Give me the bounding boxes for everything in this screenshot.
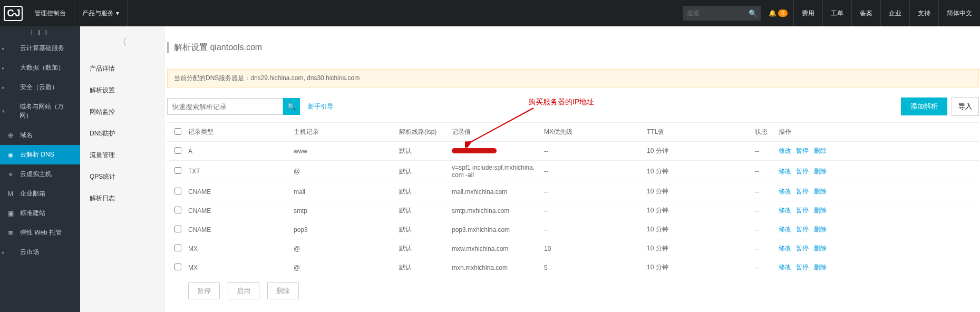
notification-bell[interactable]: 🔔 5 <box>763 0 793 26</box>
sidebar-item[interactable]: ▸云市场 <box>0 242 80 262</box>
sidebar-item[interactable]: ◉云解析 DNS <box>0 145 80 164</box>
cell-type: CNAME <box>188 226 294 233</box>
search-icon: 🔍 <box>749 9 758 17</box>
sidebar-item[interactable]: ▾域名与网站（万网） <box>0 97 80 125</box>
row-action-link[interactable]: 修改 <box>779 226 791 233</box>
row-checkbox[interactable] <box>174 226 181 232</box>
quick-search-button[interactable]: 🔍 <box>283 98 300 115</box>
cell-isp: 默认 <box>399 206 452 215</box>
sidebar-item-icon: ⊕ <box>6 132 15 139</box>
subnav-item[interactable]: 解析设置 <box>80 80 164 101</box>
sidebar-item[interactable]: ≡云虚拟主机 <box>0 164 80 184</box>
row-action-link[interactable]: 暂停 <box>796 147 809 154</box>
row-action-link[interactable]: 删除 <box>814 207 827 214</box>
row-checkbox[interactable] <box>174 147 181 154</box>
subnav: 〈 产品详情解析设置网站监控DNS防护流量管理QPS统计解析日志 <box>80 26 164 312</box>
row-checkbox[interactable] <box>174 264 181 270</box>
subnav-item[interactable]: 产品详情 <box>80 58 164 80</box>
row-checkbox[interactable] <box>174 207 181 213</box>
row-action-link[interactable]: 暂停 <box>796 188 809 195</box>
sidebar-item[interactable]: ▸大数据（数加） <box>0 58 80 77</box>
footer-button[interactable]: 启用 <box>228 282 259 299</box>
row-action-link[interactable]: 修改 <box>779 188 791 195</box>
row-action-link[interactable]: 删除 <box>814 226 827 233</box>
row-action-link[interactable]: 删除 <box>814 188 827 195</box>
footer-button[interactable]: 暂停 <box>188 282 220 299</box>
sidebar-item-icon: M <box>6 190 15 198</box>
ticket-link[interactable]: 工单 <box>822 0 851 26</box>
main: 解析设置 qiantools.com 当前分配的DNS服务器是：dns29.hi… <box>164 26 980 312</box>
row-checkbox[interactable] <box>174 245 181 251</box>
language-link[interactable]: 简体中文 <box>938 0 980 26</box>
cell-ops: 修改 暂停 删除 <box>779 167 979 176</box>
cell-ops: 修改 暂停 删除 <box>779 187 979 196</box>
filing-link[interactable]: 备案 <box>851 0 880 26</box>
row-action-link[interactable]: 暂停 <box>796 245 809 252</box>
sidebar-item-icon: ▣ <box>6 210 15 217</box>
cell-host: www <box>294 148 399 155</box>
header-host: 主机记录 <box>294 128 399 136</box>
svg-line-1 <box>470 108 533 142</box>
quick-search-input[interactable] <box>167 98 283 115</box>
console-link[interactable]: 管理控制台 <box>26 0 74 26</box>
sidebar-list: ▸云计算基础服务▸大数据（数加）▸安全（云盾）▾域名与网站（万网）⊕域名◉云解析… <box>0 38 80 262</box>
subnav-item[interactable]: 网站监控 <box>80 101 164 123</box>
header-isp: 解析线路(isp) <box>399 128 452 136</box>
sidebar-item[interactable]: ≣弹性 Web 托管 <box>0 223 80 242</box>
subnav-item[interactable]: 流量管理 <box>80 144 164 166</box>
sidebar-item-icon: ≣ <box>6 229 15 237</box>
subnav-item[interactable]: 解析日志 <box>80 188 164 209</box>
row-action-link[interactable]: 修改 <box>779 264 791 271</box>
sidebar-collapse[interactable]: | | | <box>0 26 80 38</box>
row-action-link[interactable]: 修改 <box>779 245 791 252</box>
subnav-item[interactable]: QPS统计 <box>80 166 164 188</box>
topbar-right: 费用 工单 备案 企业 支持 简体中文 <box>793 0 980 26</box>
topbar-search-input[interactable] <box>683 6 746 21</box>
subnav-back[interactable]: 〈 <box>80 26 164 58</box>
sidebar-item[interactable]: ⊕域名 <box>0 125 80 145</box>
sidebar-item-label: 安全（云盾） <box>20 83 58 92</box>
fee-link[interactable]: 费用 <box>793 0 822 26</box>
cell-ttl: 10 分钟 <box>647 263 755 272</box>
breadcrumb: 解析设置 qiantools.com <box>167 42 980 53</box>
sidebar-item[interactable]: ▸云计算基础服务 <box>0 38 80 58</box>
caret-icon: ▸ <box>2 250 5 255</box>
select-all-checkbox[interactable] <box>174 128 181 135</box>
products-link[interactable]: 产品与服务▾ <box>74 0 128 26</box>
bell-icon: 🔔 <box>769 9 777 17</box>
logo[interactable]: C‑J <box>0 0 26 26</box>
row-action-link[interactable]: 删除 <box>814 245 827 252</box>
row-action-link[interactable]: 暂停 <box>796 207 809 214</box>
support-link[interactable]: 支持 <box>909 0 938 26</box>
cell-ttl: 10 分钟 <box>647 187 755 196</box>
footer-button[interactable]: 删除 <box>267 282 299 299</box>
row-checkbox[interactable] <box>174 167 181 174</box>
row-action-link[interactable]: 删除 <box>814 264 827 271</box>
row-action-link[interactable]: 暂停 <box>796 264 809 271</box>
row-action-link[interactable]: 修改 <box>779 147 791 154</box>
row-action-link[interactable]: 修改 <box>779 168 791 175</box>
row-checkbox[interactable] <box>174 188 181 194</box>
table-row: TXT@默认v=spf1 include:spf.mxhichina.com -… <box>167 161 979 182</box>
topbar-search-button[interactable]: 🔍 <box>746 6 761 21</box>
add-record-button[interactable]: 添加解析 <box>901 97 947 115</box>
row-action-link[interactable]: 删除 <box>814 147 827 154</box>
import-button[interactable]: 导入 <box>952 97 979 116</box>
guide-link[interactable]: 新手引导 <box>308 102 333 111</box>
cell-type: TXT <box>188 168 294 175</box>
sidebar-item[interactable]: ▣标准建站 <box>0 203 80 223</box>
table-footer-actions: 暂停启用删除 <box>167 277 979 299</box>
sidebar-item[interactable]: M企业邮箱 <box>0 184 80 203</box>
row-action-link[interactable]: 暂停 <box>796 168 809 175</box>
header-prio: MX优先级 <box>544 128 647 136</box>
subnav-item[interactable]: DNS防护 <box>80 123 164 144</box>
enterprise-link[interactable]: 企业 <box>880 0 909 26</box>
row-action-link[interactable]: 暂停 <box>796 226 809 233</box>
caret-icon: ▸ <box>2 85 5 90</box>
row-action-link[interactable]: 删除 <box>814 168 827 175</box>
cell-isp: 默认 <box>399 147 452 155</box>
crumb-domain: qiantools.com <box>210 43 262 52</box>
layout: | | | ▸云计算基础服务▸大数据（数加）▸安全（云盾）▾域名与网站（万网）⊕… <box>0 26 980 312</box>
row-action-link[interactable]: 修改 <box>779 207 791 214</box>
sidebar-item[interactable]: ▸安全（云盾） <box>0 77 80 97</box>
